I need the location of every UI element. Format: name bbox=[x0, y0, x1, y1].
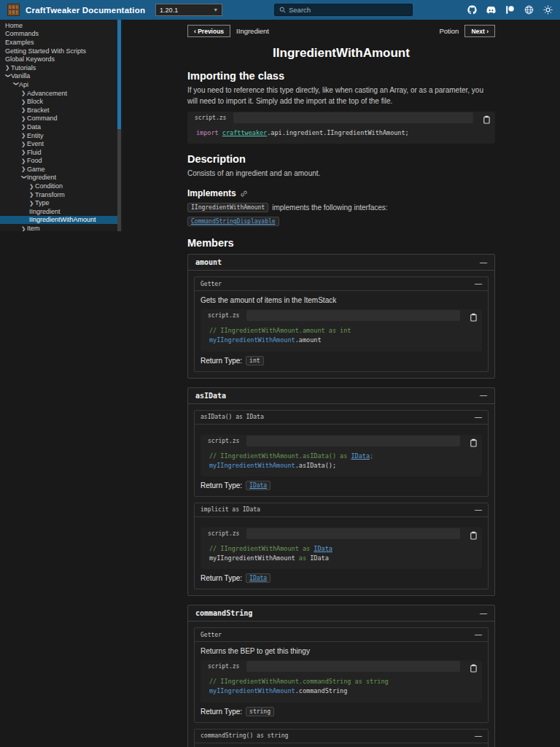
copy-icon[interactable] bbox=[469, 437, 477, 446]
sidebar-item-ingredient[interactable]: ❯Ingredient bbox=[0, 174, 117, 182]
code-lines: import crafttweaker.api.ingredient.IIngr… bbox=[187, 124, 495, 139]
patreon-icon[interactable] bbox=[505, 5, 515, 15]
chevron-right-icon[interactable]: ❯ bbox=[21, 123, 27, 130]
discord-icon[interactable] bbox=[486, 5, 496, 15]
sidebar-item-game[interactable]: ❯Game bbox=[0, 165, 117, 174]
chevron-right-icon[interactable]: ❯ bbox=[21, 149, 27, 155]
sidebar-item-event[interactable]: ❯Event bbox=[0, 139, 117, 148]
member-header-amount[interactable]: amount— bbox=[188, 255, 494, 271]
code-tab[interactable]: script.zs bbox=[201, 530, 246, 537]
sidebar-item-iingredientwithamount[interactable]: IIngredientWithAmount bbox=[0, 216, 117, 225]
chevron-down-icon[interactable]: ❯ bbox=[13, 82, 20, 88]
collapse-icon[interactable]: — bbox=[480, 610, 487, 617]
member-group-header[interactable]: commandString() as string— bbox=[195, 729, 488, 743]
code-tab[interactable]: script.zs bbox=[187, 115, 233, 121]
chevron-right-icon[interactable]: ❯ bbox=[29, 200, 35, 206]
sidebar-scrollbar-thumb[interactable] bbox=[117, 20, 121, 129]
member-group-header[interactable]: asIData() as IData— bbox=[195, 411, 488, 425]
sidebar-item-command[interactable]: ❯Command bbox=[0, 115, 117, 123]
chevron-right-icon[interactable]: ❯ bbox=[21, 141, 27, 147]
link-icon[interactable] bbox=[240, 190, 248, 198]
sidebar: HomeCommandsExamplesGetting Started With… bbox=[0, 20, 122, 231]
sidebar-item-condition[interactable]: ❯Condition bbox=[0, 182, 117, 190]
sidebar-item-tutorials[interactable]: ❯Tutorials bbox=[0, 63, 117, 72]
chevron-right-icon[interactable]: ❯ bbox=[21, 166, 27, 172]
member-name: asIData bbox=[195, 392, 226, 400]
page-title: IIngredientWithAmount bbox=[187, 46, 495, 61]
member-header-asIData[interactable]: asIData— bbox=[188, 388, 494, 404]
code-tab[interactable]: script.zs bbox=[201, 663, 246, 670]
chevron-right-icon[interactable]: ❯ bbox=[21, 107, 27, 113]
chevron-right-icon[interactable]: ❯ bbox=[21, 225, 27, 231]
sidebar-item-bracket[interactable]: ❯Bracket bbox=[0, 106, 117, 115]
sidebar-item-vanilla[interactable]: ❯Vanilla bbox=[0, 72, 117, 81]
collapse-icon[interactable]: — bbox=[475, 732, 482, 740]
sidebar-item-commands[interactable]: Commands bbox=[0, 30, 117, 39]
copy-icon[interactable] bbox=[482, 114, 490, 123]
copy-icon[interactable] bbox=[469, 530, 477, 538]
sidebar-item-advancement[interactable]: ❯Advancement bbox=[0, 89, 117, 98]
code-tab[interactable]: script.zs bbox=[201, 438, 246, 444]
sidebar-item-food[interactable]: ❯Food bbox=[0, 157, 117, 166]
code-line: myIIngredientWithAmount.asIData(); bbox=[209, 461, 473, 471]
sidebar-item-item[interactable]: ❯Item bbox=[0, 224, 117, 231]
sidebar-item-transform[interactable]: ❯Transform bbox=[0, 190, 117, 199]
member-group-header[interactable]: implicit as IData— bbox=[195, 503, 488, 517]
member-group-header[interactable]: Getter— bbox=[195, 628, 488, 642]
interface-link[interactable]: CommandStringDisplayable bbox=[187, 217, 279, 226]
sidebar-item-api[interactable]: ❯Api bbox=[0, 80, 117, 89]
member-group-header[interactable]: Getter— bbox=[195, 277, 488, 291]
sidebar-item-examples[interactable]: Examples bbox=[0, 38, 117, 47]
sidebar-item-home[interactable]: Home bbox=[0, 21, 117, 30]
version-select[interactable]: 1.20.1 ▼ bbox=[155, 4, 222, 16]
code-tab-strip bbox=[233, 112, 473, 123]
next-button[interactable]: Next › bbox=[464, 25, 495, 37]
collapse-icon[interactable]: — bbox=[480, 259, 487, 266]
chevron-down-icon[interactable]: ❯ bbox=[5, 73, 12, 79]
sidebar-item-global-keywords[interactable]: Global Keywords bbox=[0, 55, 117, 63]
collapse-icon[interactable]: — bbox=[475, 280, 482, 287]
chevron-right-icon[interactable]: ❯ bbox=[29, 191, 35, 198]
sidebar-item-getting-started-with-scripts[interactable]: Getting Started With Scripts bbox=[0, 47, 117, 55]
previous-button[interactable]: ‹ Previous bbox=[187, 25, 230, 37]
member-header-commandString[interactable]: commandString— bbox=[188, 605, 494, 622]
chevron-right-icon[interactable]: ❯ bbox=[29, 183, 35, 190]
theme-toggle-icon[interactable] bbox=[543, 5, 553, 15]
code-tab[interactable]: script.zs bbox=[201, 312, 246, 319]
copy-icon[interactable] bbox=[469, 311, 477, 320]
collapse-icon[interactable]: — bbox=[475, 414, 482, 421]
sidebar-item-iingredient[interactable]: IIngredient bbox=[0, 207, 117, 216]
code-block: script.zs// IIngredientWithAmount as IDa… bbox=[201, 527, 482, 569]
sidebar-item-label: Food bbox=[27, 157, 42, 164]
search-input[interactable]: Search bbox=[274, 4, 413, 16]
sidebar-item-entity[interactable]: ❯Entity bbox=[0, 131, 117, 140]
implements-class-chip: IIngredientWithAmount bbox=[187, 203, 268, 212]
collapse-icon[interactable]: — bbox=[475, 631, 482, 638]
sidebar-item-block[interactable]: ❯Block bbox=[0, 97, 117, 106]
chevron-right-icon[interactable]: ❯ bbox=[21, 115, 27, 122]
return-type-chip[interactable]: IData bbox=[246, 481, 271, 490]
return-type-chip[interactable]: IData bbox=[246, 573, 271, 583]
sidebar-item-label: Api bbox=[19, 81, 28, 88]
chevron-down-icon[interactable]: ❯ bbox=[21, 174, 28, 180]
sidebar-scrollbar[interactable] bbox=[117, 20, 121, 231]
member-description: Gets the amount of items in the ItemStac… bbox=[201, 296, 482, 304]
sidebar-item-type[interactable]: ❯Type bbox=[0, 198, 117, 207]
chevron-right-icon[interactable]: ❯ bbox=[21, 98, 27, 105]
code-lines: // IIngredientWithAmount.amount as intmy… bbox=[201, 322, 482, 346]
chevron-right-icon[interactable]: ❯ bbox=[5, 64, 11, 71]
collapse-icon[interactable]: — bbox=[480, 392, 487, 399]
chevron-right-icon[interactable]: ❯ bbox=[21, 132, 27, 139]
globe-icon[interactable] bbox=[524, 5, 534, 15]
sidebar-item-data[interactable]: ❯Data bbox=[0, 123, 117, 131]
sidebar-item-label: IIngredientWithAmount bbox=[29, 216, 96, 223]
copy-icon[interactable] bbox=[469, 662, 477, 671]
sidebar-item-label: Type bbox=[35, 199, 50, 206]
sidebar-item-fluid[interactable]: ❯Fluid bbox=[0, 148, 117, 157]
chevron-right-icon[interactable]: ❯ bbox=[21, 158, 27, 164]
sidebar-item-label: Game bbox=[27, 166, 45, 173]
collapse-icon[interactable]: — bbox=[475, 506, 482, 514]
member-group-body: Returns the BEP to get this thingyscript… bbox=[195, 642, 488, 721]
chevron-right-icon[interactable]: ❯ bbox=[21, 90, 27, 96]
github-icon[interactable] bbox=[467, 5, 477, 15]
